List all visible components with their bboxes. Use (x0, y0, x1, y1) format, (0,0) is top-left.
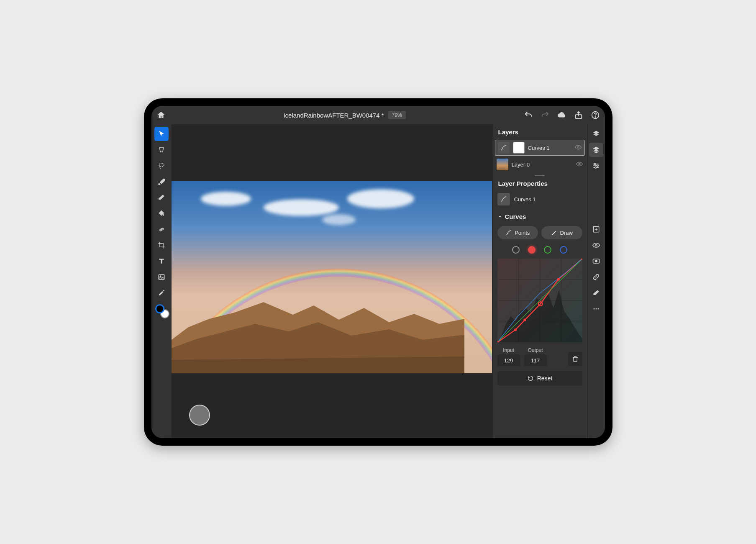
svg-point-32 (596, 308, 597, 310)
share-button[interactable] (574, 110, 583, 120)
layers-tab[interactable] (589, 127, 603, 141)
channel-red[interactable] (528, 246, 536, 254)
canvas-area[interactable] (172, 124, 492, 438)
svg-point-10 (577, 146, 579, 148)
image-layer-thumb (497, 159, 508, 170)
redo-button[interactable] (541, 110, 550, 120)
curves-input-field[interactable]: Input 129 (497, 347, 520, 366)
curves-draw-mode[interactable]: Draw (541, 226, 582, 239)
svg-point-24 (594, 163, 595, 164)
curves-reset-button[interactable]: Reset (497, 371, 582, 385)
cloud-button[interactable] (557, 110, 566, 120)
svg-point-33 (598, 308, 599, 310)
chevron-down-icon (497, 214, 502, 219)
curves-section-toggle[interactable]: Curves (492, 210, 587, 223)
layer-row-image[interactable]: Layer 0 (492, 157, 587, 172)
curves-adjustment-icon (497, 193, 510, 205)
layer-name: Curves 1 (528, 145, 571, 151)
channel-green[interactable] (544, 246, 551, 254)
right-panels: Layers Curves 1 Layer 0 (492, 124, 587, 438)
foreground-color-swatch[interactable] (155, 304, 164, 313)
eyedropper-tool[interactable] (154, 286, 169, 300)
panel-resize-grip[interactable] (492, 172, 587, 178)
more-button[interactable] (589, 302, 603, 316)
svg-point-6 (161, 229, 161, 229)
heal-tool[interactable] (154, 222, 169, 236)
properties-tab[interactable] (589, 159, 603, 173)
svg-point-31 (594, 308, 595, 310)
curves-adjustment-icon (498, 142, 510, 154)
channel-rgb[interactable] (512, 246, 520, 254)
svg-point-25 (597, 165, 598, 166)
layer-name: Layer 0 (512, 162, 572, 168)
svg-point-11 (579, 163, 580, 165)
layer-properties-row: Curves 1 (492, 190, 587, 210)
help-button[interactable] (591, 110, 600, 120)
fill-tool[interactable] (154, 206, 169, 221)
curves-graph[interactable] (497, 259, 582, 342)
eraser-tool[interactable] (154, 190, 169, 205)
mask-button[interactable] (589, 254, 603, 268)
curves-points-mode[interactable]: Points (497, 226, 538, 239)
zoom-badge[interactable]: 79% (388, 111, 406, 119)
document-canvas[interactable] (172, 181, 492, 373)
curves-output-field[interactable]: Output 117 (524, 347, 547, 366)
pencil-icon (551, 229, 558, 236)
app-screen: IcelandRainbowAFTER_BW00474 * 79% (151, 106, 605, 438)
layers-panel-title: Layers (492, 124, 587, 139)
curves-section-label: Curves (505, 213, 526, 220)
svg-point-5 (160, 230, 160, 230)
svg-point-30 (595, 260, 597, 262)
right-taskbar (587, 124, 605, 438)
crop-tool[interactable] (154, 238, 169, 252)
property-layer-name: Curves 1 (514, 196, 536, 203)
layer-mask-thumb[interactable] (513, 142, 525, 154)
top-bar: IcelandRainbowAFTER_BW00474 * 79% (151, 106, 605, 124)
delete-point-button[interactable] (568, 352, 582, 366)
svg-point-28 (595, 244, 597, 246)
visibility-toggle[interactable] (576, 160, 583, 169)
link-button[interactable] (589, 270, 603, 284)
svg-point-7 (162, 228, 163, 229)
type-tool[interactable] (154, 254, 169, 268)
svg-point-2 (595, 117, 595, 117)
svg-point-3 (159, 163, 164, 167)
color-swatches[interactable] (155, 304, 168, 317)
touch-shortcut-button[interactable] (189, 405, 210, 426)
channel-selector (492, 244, 587, 258)
undo-button[interactable] (524, 110, 533, 120)
svg-point-26 (595, 167, 596, 168)
curves-input-value[interactable]: 129 (497, 354, 520, 366)
layer-row-curves[interactable]: Curves 1 (495, 140, 585, 156)
svg-point-19 (514, 328, 516, 331)
svg-point-22 (557, 278, 559, 280)
brush-tool[interactable] (154, 174, 169, 189)
channel-blue[interactable] (560, 246, 567, 254)
erase-button[interactable] (589, 286, 603, 300)
transform-tool[interactable] (154, 143, 169, 157)
svg-point-20 (523, 319, 526, 321)
home-button[interactable] (156, 110, 166, 120)
left-toolbar (151, 124, 172, 438)
points-icon (505, 229, 512, 236)
visibility-toggle[interactable] (574, 144, 582, 152)
visibility-button[interactable] (589, 238, 603, 252)
layer-detail-tab[interactable] (589, 143, 603, 157)
reset-icon (527, 375, 534, 382)
svg-rect-8 (159, 275, 164, 280)
lasso-tool[interactable] (154, 159, 169, 173)
move-tool[interactable] (154, 127, 169, 141)
curves-output-value[interactable]: 117 (524, 354, 547, 366)
document-title: IcelandRainbowAFTER_BW00474 * (283, 112, 384, 119)
place-image-tool[interactable] (154, 270, 169, 284)
add-layer-button[interactable] (589, 222, 603, 236)
layer-properties-title: Layer Properties (492, 178, 587, 190)
device-frame: IcelandRainbowAFTER_BW00474 * 79% (144, 98, 612, 446)
